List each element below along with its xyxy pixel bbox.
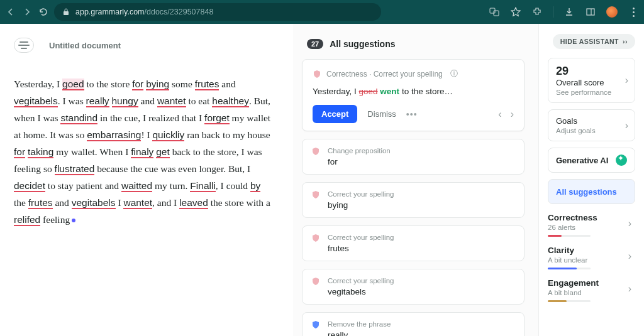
metric-engagement[interactable]: EngagementA bit bland <box>548 278 635 302</box>
genai-label: Generative AI <box>556 156 608 165</box>
shield-icon <box>311 147 320 156</box>
metric-correctness[interactable]: Correctness26 alerts <box>548 213 635 237</box>
metric-bar <box>548 235 591 237</box>
reload-icon[interactable] <box>38 6 49 18</box>
document-body[interactable]: Yesterday, I goed to the store for bying… <box>14 75 272 228</box>
suggestion-card[interactable]: Change prepositionfor <box>302 139 525 175</box>
metric-title: Engagement <box>548 278 635 288</box>
metric-title: Clarity <box>548 246 635 255</box>
sparkle-icon <box>616 154 627 166</box>
svg-rect-0 <box>64 11 69 15</box>
url-text: app.grammarly.com/ddocs/2329507848 <box>75 8 213 16</box>
menu-icon[interactable] <box>628 6 639 18</box>
download-icon[interactable] <box>564 6 575 18</box>
star-icon[interactable] <box>510 6 521 18</box>
suggestion-label: Change preposition <box>328 147 391 154</box>
suggestion-sentence: Yesterday, I goed went to the store… <box>313 87 514 96</box>
back-icon[interactable] <box>5 6 16 18</box>
extensions-icon[interactable] <box>531 6 543 18</box>
metric-bar <box>548 300 591 302</box>
suggestion-label: Correct your spelling <box>328 234 394 241</box>
card-category: Correctness · Correct your spelling <box>326 70 443 79</box>
panel-icon[interactable] <box>585 6 596 18</box>
translate-icon[interactable] <box>489 6 500 18</box>
cursor-indicator <box>72 219 75 222</box>
goals-panel[interactable]: Goals Adjust goals › <box>548 109 635 141</box>
score-panel[interactable]: 29 Overall score See performance › <box>548 58 635 103</box>
suggestion-count-badge: 27 <box>307 39 323 49</box>
suggestions-header: 27 All suggestions <box>307 39 525 49</box>
metric-sub: A bit unclear <box>548 256 635 264</box>
metric-sub: 26 alerts <box>548 224 635 231</box>
address-bar[interactable]: app.grammarly.com/ddocs/2329507848 <box>54 3 381 21</box>
shield-icon <box>311 320 320 329</box>
more-icon[interactable]: ••• <box>406 109 418 119</box>
suggestion-value: bying <box>328 200 394 210</box>
score-sub: See performance <box>556 89 627 96</box>
suggestion-label: Remove the phrase <box>328 320 391 328</box>
metric-sub: A bit bland <box>548 289 635 296</box>
suggestion-label: Correct your spelling <box>328 277 394 285</box>
suggestion-value: really <box>328 330 391 336</box>
chevron-right-icon: › <box>625 75 628 86</box>
goals-sub: Adjust goals <box>556 127 627 134</box>
forward-icon[interactable] <box>21 6 33 18</box>
next-icon[interactable]: › <box>511 109 514 120</box>
suggestion-card[interactable]: Correct your spellingfrutes <box>302 225 525 261</box>
allsugg-label: All suggestions <box>556 187 617 197</box>
generative-ai-panel[interactable]: Generative AI <box>548 148 635 173</box>
shield-icon <box>311 234 320 242</box>
editor-column: Untitled document Yesterday, I goed to t… <box>0 24 293 336</box>
metric-title: Correctness <box>548 213 635 222</box>
assistant-sidebar: HIDE ASSISTANT›› 29 Overall score See pe… <box>538 24 644 336</box>
suggestion-card[interactable]: Correct your spellingvegitabels <box>302 269 525 305</box>
shield-icon <box>313 70 321 79</box>
all-suggestions-panel[interactable]: All suggestions <box>548 179 635 204</box>
goals-label: Goals <box>556 116 627 126</box>
hide-assistant-button[interactable]: HIDE ASSISTANT›› <box>553 34 635 49</box>
menu-toggle[interactable] <box>14 38 34 53</box>
card-category-row: Correctness · Correct your spelling ⓘ <box>313 68 514 79</box>
divider <box>553 6 553 18</box>
suggestion-card-main: Correctness · Correct your spelling ⓘ Ye… <box>302 59 525 131</box>
suggestion-value: vegitabels <box>328 287 394 296</box>
prev-icon[interactable]: ‹ <box>498 109 501 120</box>
browser-chrome: app.grammarly.com/ddocs/2329507848 <box>0 0 644 24</box>
metric-clarity[interactable]: ClarityA bit unclear <box>548 246 635 269</box>
info-icon[interactable]: ⓘ <box>450 68 458 79</box>
suggestion-card[interactable]: Remove the phrasereally <box>302 312 525 336</box>
suggestion-value: frutes <box>328 244 394 253</box>
shield-icon <box>311 190 320 199</box>
document-title[interactable]: Untitled document <box>49 41 121 50</box>
suggestions-title: All suggestions <box>330 39 395 49</box>
editor-header: Untitled document <box>14 38 272 53</box>
app-root: Untitled document Yesterday, I goed to t… <box>0 24 644 336</box>
chevron-right-icon: › <box>625 120 628 131</box>
shield-icon <box>311 277 320 286</box>
suggestion-value: for <box>328 157 391 166</box>
chrome-actions <box>489 6 639 18</box>
svg-rect-3 <box>587 9 594 15</box>
suggestions-column: 27 All suggestions Correctness · Correct… <box>293 24 538 336</box>
accept-button[interactable]: Accept <box>313 105 357 123</box>
card-actions: Accept Dismiss ••• ‹ › <box>313 105 514 123</box>
dismiss-button[interactable]: Dismiss <box>367 109 396 119</box>
profile-avatar[interactable] <box>606 6 618 18</box>
suggestion-card[interactable]: Correct your spellingbying <box>302 182 525 218</box>
card-nav: ‹ › <box>498 109 514 120</box>
site-info-icon[interactable] <box>62 8 70 16</box>
metric-bar <box>548 268 591 269</box>
chevron-right-icon: ›› <box>623 38 628 45</box>
score-label: Overall score <box>556 78 627 87</box>
suggestion-label: Correct your spelling <box>328 190 394 198</box>
score-value: 29 <box>556 65 627 78</box>
